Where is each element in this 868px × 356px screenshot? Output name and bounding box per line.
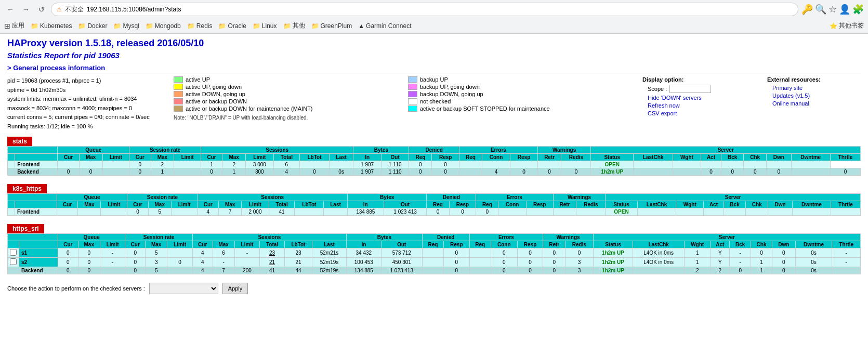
lastchk-cell: L4OK in 0ms	[633, 248, 685, 257]
k8s-frontend-row: Frontend 0 5 4 7 2 000 41 134 885 1 023 …	[8, 208, 861, 215]
stats-frontend-row: Frontend 0 2 1 2 3 000 6 1 907 1 110 0	[8, 161, 861, 168]
reload-button[interactable]: ↺	[35, 3, 48, 16]
cell: 2	[711, 267, 730, 274]
https-title: https_sri	[12, 225, 39, 232]
cell	[561, 161, 591, 168]
star-icon[interactable]: ☆	[828, 4, 837, 15]
legend-color-active-up	[174, 76, 183, 83]
cell: 0	[744, 168, 767, 175]
s2-checkbox[interactable]	[10, 258, 17, 265]
th-max: Max	[79, 153, 102, 161]
cell	[422, 267, 443, 274]
cell	[673, 161, 701, 168]
cell: -	[100, 248, 125, 257]
th-in: In	[353, 153, 382, 161]
s1-checkbox[interactable]	[10, 249, 17, 256]
legend-color	[408, 84, 417, 90]
cell	[791, 161, 830, 168]
cell: -	[832, 257, 861, 267]
cell: 4	[192, 248, 213, 257]
cell	[553, 208, 576, 215]
manual-link[interactable]: Online manual	[772, 100, 809, 107]
bm-redis[interactable]: 📁 Redis	[187, 22, 213, 30]
cell	[746, 208, 768, 215]
sysinfo-line-3: system limits: memmax = unlimited; ulimi…	[7, 95, 163, 104]
legend-note: Note: "NOLB"/"DRAIN" = UP with load-bala…	[174, 115, 632, 121]
folder-icon: 📁	[218, 22, 226, 30]
th-name	[8, 146, 58, 153]
th-session-rate: Session rate	[127, 193, 198, 201]
folder-icon: 📁	[187, 22, 195, 30]
th-retr: Retr	[537, 153, 561, 161]
bm-mongodb[interactable]: 📁 Mongodb	[146, 22, 181, 30]
cell	[174, 168, 201, 175]
bm-label: GreenPlum	[321, 22, 352, 30]
bm-kubernetes[interactable]: 📁 Kubernetes	[31, 22, 72, 30]
general-info-container: pid = 19063 (process #1, nbproc = 1) upt…	[7, 76, 861, 131]
bm-other[interactable]: 📁 其他	[283, 21, 305, 30]
cell: 52m21s	[312, 248, 347, 257]
refresh-link[interactable]: Refresh now	[648, 102, 680, 109]
cell	[171, 208, 198, 215]
updates-link[interactable]: Updates (v1.5)	[772, 93, 810, 99]
th-status: Status	[591, 153, 633, 161]
apps-bookmark[interactable]: ⊞ 应用	[4, 21, 24, 30]
security-icon: ⚠	[57, 6, 62, 13]
address-bar[interactable]: ⚠ 不安全 192.168.115.5:10086/admin?stats	[51, 3, 798, 16]
cell: 23	[284, 248, 312, 257]
folder-icon: 📁	[113, 22, 121, 30]
folder-icon: 📁	[146, 22, 153, 30]
cell: 52m19s	[312, 267, 347, 274]
triangle-icon: ▲	[358, 22, 364, 30]
checkbox-cell[interactable]	[8, 248, 19, 257]
cell: 0	[58, 168, 79, 175]
bm-other-books[interactable]: ⭐ 其他书签	[830, 21, 864, 30]
cell: 0	[125, 257, 146, 267]
apply-button[interactable]: Apply	[222, 283, 248, 294]
cell: 2	[685, 267, 711, 274]
bm-linux[interactable]: 📁 Linux	[253, 22, 277, 30]
cell	[57, 208, 78, 215]
th-max2: Max	[151, 153, 174, 161]
cell: -	[730, 257, 751, 267]
cell	[792, 208, 831, 215]
bm-garmin[interactable]: ▲ Garmin Connect	[358, 22, 411, 30]
check-cell	[8, 208, 15, 215]
https-backend-row: Backend 0 0 0 5 4 7 200 41 44 52m19s 134…	[8, 267, 861, 274]
cell: 4	[198, 208, 219, 215]
hide-down-link[interactable]: Hide 'DOWN' servers	[648, 95, 702, 101]
bm-docker[interactable]: 📁 Docker	[78, 22, 107, 30]
cell	[58, 161, 79, 168]
forward-button[interactable]: →	[20, 3, 32, 16]
cell: 0	[491, 248, 517, 257]
stats-table: Queue Session rate Sessions Bytes Denied…	[7, 146, 861, 176]
bm-oracle[interactable]: 📁 Oracle	[218, 22, 246, 30]
action-select[interactable]: Set state to READY Set state to DRAIN Se…	[149, 283, 218, 294]
cell: 0	[444, 267, 469, 274]
cell: Y	[711, 257, 730, 267]
primary-site-link[interactable]: Primary site	[772, 85, 803, 91]
bm-mysql[interactable]: 📁 Mysql	[113, 22, 139, 30]
cell: 1	[685, 248, 711, 257]
cell: -	[832, 248, 861, 257]
bm-label: Mongodb	[155, 22, 181, 30]
back-button[interactable]: ←	[4, 3, 17, 16]
th-limit3: Limit	[246, 153, 274, 161]
cell	[721, 161, 744, 168]
checkbox-cell[interactable]	[8, 257, 19, 267]
th-lbtot: LbTot	[300, 153, 330, 161]
cell: 200	[234, 267, 260, 274]
status-cell: 1h2m UP	[591, 168, 633, 175]
general-section-header: > General process information	[7, 64, 861, 73]
th-dwntme: Dwntme	[791, 153, 830, 161]
cell	[295, 208, 324, 215]
cell: 0	[772, 248, 796, 257]
cell	[79, 161, 102, 168]
scope-input[interactable]	[669, 85, 711, 93]
bm-greenplum[interactable]: 📁 GreenPlum	[311, 22, 352, 30]
th-resp2: Resp	[510, 153, 538, 161]
legend-label: backup DOWN, going up	[420, 91, 483, 97]
cell: 134 885	[346, 267, 381, 274]
csv-export-link[interactable]: CSV export	[648, 110, 677, 116]
th-cur3: Cur	[201, 153, 222, 161]
